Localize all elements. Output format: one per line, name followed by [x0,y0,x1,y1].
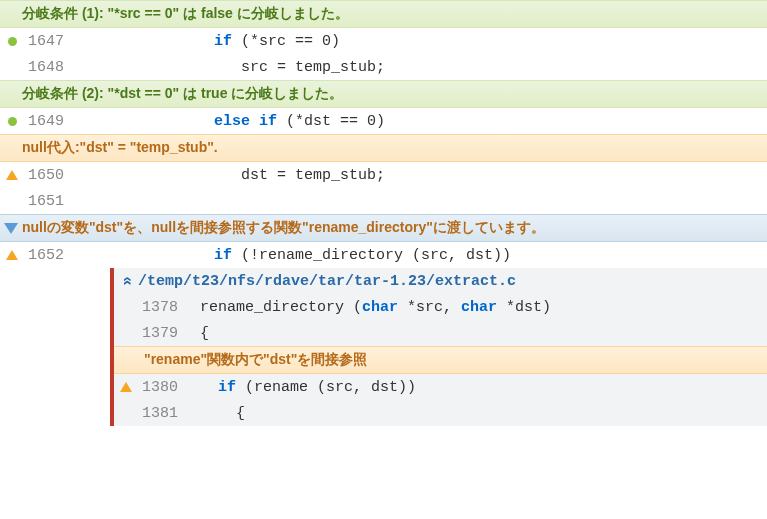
dot-icon [8,37,17,46]
event-marker [0,170,24,180]
line-number: 1378 [138,299,192,316]
code-line[interactable]: 1381 { [114,400,767,426]
annotation-branch-1[interactable]: 分岐条件 (1): "*src == 0" は false に分岐しました。 [0,0,767,28]
line-number: 1379 [138,325,192,342]
event-marker [0,117,24,126]
code-text: else if (*dst == 0) [86,113,767,130]
code-line[interactable]: 1379 { [114,320,767,346]
warning-icon [6,170,18,180]
code-text: if (*src == 0) [86,33,767,50]
expand-down-icon [4,223,18,234]
warning-icon [6,250,18,260]
code-text: src = temp_stub; [86,59,767,76]
nested-file-header[interactable]: « /temp/t23/nfs/rdave/tar/tar-1.23/extra… [114,268,767,294]
code-line[interactable]: 1652 if (!rename_directory (src, dst)) [0,242,767,268]
code-text: dst = temp_stub; [86,167,767,184]
code-line[interactable]: 1649 else if (*dst == 0) [0,108,767,134]
annotation-text: nullの変数"dst"を、nullを間接参照する関数"rename_direc… [22,219,545,237]
chevron-up-icon: « [119,271,137,291]
event-marker [0,37,24,46]
nested-call-block: « /temp/t23/nfs/rdave/tar/tar-1.23/extra… [110,268,767,426]
code-line[interactable]: 1647 if (*src == 0) [0,28,767,54]
code-text: if (!rename_directory (src, dst)) [86,247,767,264]
code-line[interactable]: 1651 [0,188,767,214]
code-line[interactable]: 1648 src = temp_stub; [0,54,767,80]
code-line[interactable]: 1378 rename_directory (char *src, char *… [114,294,767,320]
line-number: 1652 [24,247,86,264]
code-text: { [192,405,767,422]
annotation-branch-2[interactable]: 分岐条件 (2): "*dst == 0" は true に分岐しました。 [0,80,767,108]
annotation-null-assign[interactable]: null代入:"dst" = "temp_stub". [0,134,767,162]
line-number: 1648 [24,59,86,76]
dot-icon [8,117,17,126]
file-path: /temp/t23/nfs/rdave/tar/tar-1.23/extract… [138,273,516,290]
line-number: 1381 [138,405,192,422]
code-line[interactable]: 1380 if (rename (src, dst)) [114,374,767,400]
annotation-null-deref[interactable]: nullの変数"dst"を、nullを間接参照する関数"rename_direc… [0,214,767,242]
code-text: if (rename (src, dst)) [192,379,767,396]
event-marker [114,382,138,392]
event-marker [0,250,24,260]
line-number: 1649 [24,113,86,130]
code-text: rename_directory (char *src, char *dst) [192,299,767,316]
line-number: 1380 [138,379,192,396]
line-number: 1647 [24,33,86,50]
line-number: 1651 [24,193,86,210]
code-line[interactable]: 1650 dst = temp_stub; [0,162,767,188]
warning-icon [120,382,132,392]
code-analysis-viewer: 分岐条件 (1): "*src == 0" は false に分岐しました。 1… [0,0,767,426]
annotation-nested-deref[interactable]: "rename"関数内で"dst"を間接参照 [114,346,767,374]
code-text: { [192,325,767,342]
line-number: 1650 [24,167,86,184]
